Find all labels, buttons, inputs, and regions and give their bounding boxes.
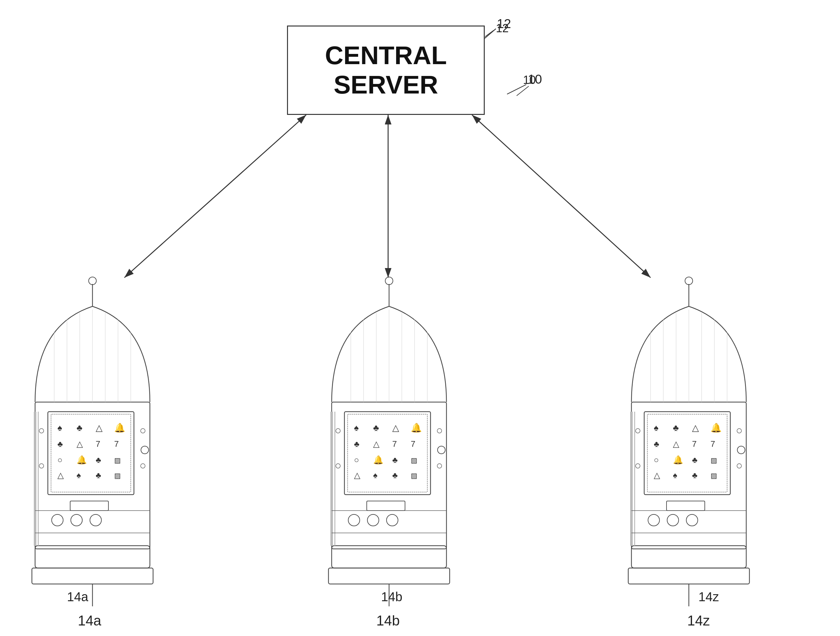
- svg-text:🔔: 🔔: [114, 422, 125, 433]
- svg-line-0: [485, 29, 496, 38]
- svg-text:♣: ♣: [373, 423, 379, 433]
- svg-point-33: [71, 514, 82, 526]
- svg-point-39: [141, 446, 148, 454]
- machine-a-label: 14a: [67, 590, 88, 604]
- server-label: CENTRAL SERVER: [325, 41, 447, 100]
- diagram-container: CENTRAL SERVER 12 10 14a 14b 14z: [0, 0, 840, 636]
- svg-point-126: [737, 464, 742, 468]
- svg-text:🔔: 🔔: [411, 422, 422, 433]
- svg-text:▨: ▨: [711, 456, 717, 464]
- svg-text:14z: 14z: [687, 613, 710, 628]
- svg-text:♣: ♣: [96, 455, 101, 465]
- slot-machine-b: ♠ ♣ △ 🔔 ♣ △ 7 7 ○ 🔔 ♣ ▨ △ ♠ ♣ ▨: [328, 277, 450, 606]
- svg-rect-102: [647, 414, 727, 492]
- svg-rect-51: [332, 546, 447, 568]
- svg-text:♣: ♣: [354, 439, 359, 449]
- svg-point-122: [686, 514, 698, 526]
- svg-text:♠: ♠: [57, 423, 62, 433]
- svg-text:△: △: [673, 439, 679, 449]
- svg-rect-31: [70, 501, 109, 511]
- svg-point-32: [52, 514, 63, 526]
- svg-text:♣: ♣: [57, 439, 63, 449]
- svg-line-6: [472, 115, 651, 278]
- svg-text:♣: ♣: [692, 455, 698, 465]
- svg-text:▨: ▨: [411, 456, 417, 464]
- svg-rect-95: [632, 546, 746, 568]
- svg-text:○: ○: [57, 455, 63, 465]
- svg-point-37: [141, 429, 145, 433]
- svg-text:7: 7: [96, 439, 100, 449]
- svg-point-82: [437, 464, 442, 468]
- svg-point-80: [336, 464, 340, 468]
- svg-rect-101: [644, 412, 730, 495]
- svg-text:△: △: [654, 470, 660, 480]
- svg-text:△: △: [77, 439, 83, 449]
- svg-text:♠: ♠: [654, 423, 658, 433]
- svg-point-34: [90, 514, 101, 526]
- svg-point-38: [141, 464, 145, 468]
- svg-text:♣: ♣: [673, 423, 679, 433]
- svg-text:△: △: [57, 470, 64, 480]
- svg-point-125: [737, 429, 742, 433]
- svg-text:🔔: 🔔: [373, 455, 384, 465]
- svg-text:▨: ▨: [114, 456, 121, 464]
- svg-text:7: 7: [392, 439, 397, 449]
- svg-point-78: [387, 514, 398, 526]
- svg-text:♣: ♣: [392, 470, 398, 480]
- svg-text:♠: ♠: [373, 470, 377, 480]
- svg-rect-96: [628, 568, 750, 584]
- svg-rect-75: [367, 501, 405, 511]
- svg-text:🔔: 🔔: [711, 422, 722, 433]
- svg-rect-57: [344, 412, 431, 495]
- machine-z-label: 14z: [698, 590, 719, 604]
- svg-rect-8: [32, 568, 153, 584]
- svg-text:△: △: [373, 439, 379, 449]
- svg-line-140: [516, 86, 529, 96]
- svg-point-12: [88, 277, 96, 285]
- svg-text:△: △: [392, 423, 399, 433]
- ref-12: 12: [496, 22, 508, 35]
- svg-text:♣: ♣: [96, 470, 101, 480]
- svg-point-121: [667, 514, 679, 526]
- svg-point-77: [367, 514, 379, 526]
- svg-line-4: [125, 115, 306, 278]
- machine-b-label: 14b: [381, 590, 403, 604]
- svg-text:7: 7: [711, 439, 715, 449]
- svg-text:△: △: [96, 423, 103, 433]
- svg-rect-14: [51, 414, 131, 492]
- svg-text:○: ○: [654, 455, 659, 465]
- svg-text:▨: ▨: [114, 471, 121, 479]
- svg-text:7: 7: [692, 439, 696, 449]
- svg-point-124: [636, 464, 640, 468]
- svg-text:○: ○: [354, 455, 359, 465]
- svg-point-120: [648, 514, 660, 526]
- server-box: CENTRAL SERVER: [287, 25, 485, 115]
- ref-10: 10: [523, 73, 536, 87]
- svg-rect-58: [347, 414, 427, 492]
- svg-point-83: [437, 446, 445, 454]
- svg-point-123: [636, 429, 640, 433]
- svg-rect-54: [332, 402, 447, 549]
- svg-text:14a: 14a: [78, 613, 101, 628]
- svg-point-81: [437, 429, 442, 433]
- svg-text:▨: ▨: [711, 471, 717, 479]
- svg-point-36: [39, 464, 44, 468]
- svg-text:7: 7: [411, 439, 415, 449]
- svg-text:🔔: 🔔: [673, 455, 684, 465]
- svg-rect-52: [328, 568, 450, 584]
- slot-machine-z: ♠ ♣ △ 🔔 ♣ △ 7 7 ○ 🔔 ♣ ▨ △ ♠ ♣ ▨: [628, 277, 750, 606]
- svg-text:▨: ▨: [411, 471, 417, 479]
- slot-machine-a: ♠ ♣ △ 🔔 ♣ △ 7 7 ○ 🔔 ♣ ▨ △ ♠ ♣ ▨: [32, 277, 153, 606]
- svg-point-76: [348, 514, 360, 526]
- svg-point-35: [39, 429, 44, 433]
- svg-point-100: [685, 277, 693, 285]
- svg-text:♠: ♠: [673, 470, 677, 480]
- svg-text:♣: ♣: [77, 423, 82, 433]
- svg-text:7: 7: [114, 439, 118, 449]
- svg-line-139: [485, 30, 494, 37]
- svg-rect-10: [35, 402, 150, 549]
- svg-text:♠: ♠: [354, 423, 359, 433]
- svg-text:♣: ♣: [654, 439, 659, 449]
- svg-text:♣: ♣: [692, 470, 698, 480]
- svg-point-127: [737, 446, 745, 454]
